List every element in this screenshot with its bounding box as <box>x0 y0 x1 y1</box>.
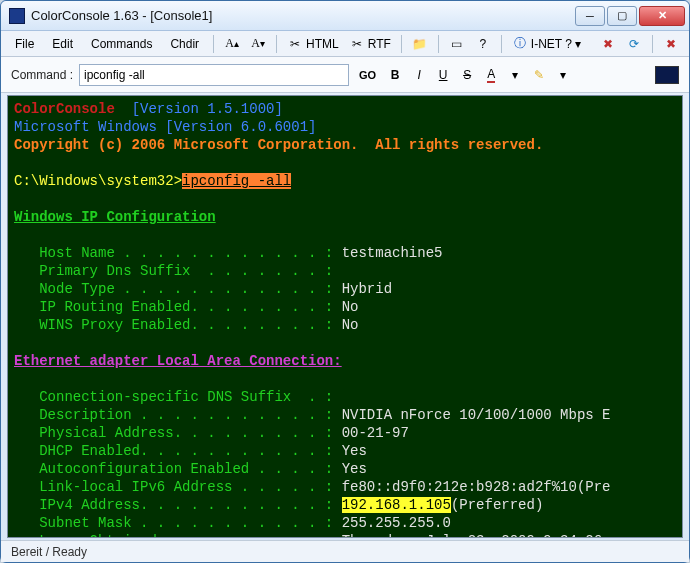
typed-command: ipconfig -all <box>182 173 291 189</box>
maximize-button[interactable]: ▢ <box>607 6 637 26</box>
key: Primary Dns Suffix . . . . . . . : <box>14 263 333 279</box>
font-larger-icon: A▴ <box>224 36 240 52</box>
font-color-button[interactable]: A <box>482 66 500 84</box>
key: Link-local IPv6 Address . . . . . : <box>14 479 342 495</box>
val: 00-21-97 <box>342 425 409 441</box>
val: 255.255.255.0 <box>342 515 451 531</box>
close-button[interactable]: ✕ <box>639 6 685 26</box>
menu-file[interactable]: File <box>7 34 42 54</box>
minimize-button[interactable]: ─ <box>575 6 605 26</box>
key: Lease Obtained. . . . . . . . . . : <box>14 533 342 537</box>
command-label: Command : <box>11 68 73 82</box>
window-buttons: ─ ▢ ✕ <box>575 6 685 26</box>
stop-button[interactable]: ✖ <box>659 34 683 54</box>
highlighter-icon: ✎ <box>534 68 544 82</box>
page-icon: ▭ <box>449 36 465 52</box>
folder-button[interactable]: 📁 <box>408 34 432 54</box>
keyboard-icon[interactable] <box>655 66 679 84</box>
val: Yes <box>342 443 367 459</box>
info-icon: ⓘ <box>512 36 528 52</box>
menu-chdir[interactable]: Chdir <box>162 34 207 54</box>
window: ColorConsole 1.63 - [Console1] ─ ▢ ✕ Fil… <box>0 0 690 563</box>
key: DHCP Enabled. . . . . . . . . . . : <box>14 443 342 459</box>
go-button[interactable]: GO <box>355 67 380 83</box>
key: WINS Proxy Enabled. . . . . . . . : <box>14 317 342 333</box>
val: Yes <box>342 461 367 477</box>
line: Microsoft Windows [Version 6.0.6001] <box>14 119 316 135</box>
key: Connection-specific DNS Suffix . : <box>14 389 333 405</box>
font-increase-button[interactable]: A▴ <box>220 34 244 54</box>
val-highlighted: 192.168.1.105 <box>342 497 451 513</box>
statusbar: Bereit / Ready <box>1 540 689 562</box>
separator <box>213 35 214 53</box>
section-header: Ethernet adapter Local Area Connection: <box>14 353 342 369</box>
key: Physical Address. . . . . . . . . : <box>14 425 342 441</box>
status-text: Bereit / Ready <box>11 545 87 559</box>
command-bar: Command : GO B I U S A ▾ ✎ ▾ <box>1 57 689 93</box>
console-pane: ColorConsole [Version 1.5.1000] Microsof… <box>7 95 683 538</box>
strike-button[interactable]: S <box>458 66 476 84</box>
menu-edit[interactable]: Edit <box>44 34 81 54</box>
delete-button[interactable]: ✖ <box>596 34 620 54</box>
export-html-button[interactable]: ✂HTML <box>283 34 343 54</box>
key: IPv4 Address. . . . . . . . . . . : <box>14 497 342 513</box>
x-red-icon: ✖ <box>600 36 616 52</box>
val: Thursday, July 23, 2009 9:34:26 <box>342 533 602 537</box>
help-button[interactable]: ? <box>471 34 495 54</box>
label: HTML <box>306 37 339 51</box>
separator <box>652 35 653 53</box>
menu-commands[interactable]: Commands <box>83 34 160 54</box>
menubar: File Edit Commands Chdir A▴ A▾ ✂HTML ✂RT… <box>1 31 689 57</box>
new-page-button[interactable]: ▭ <box>445 34 469 54</box>
highlight-button[interactable]: ✎ <box>530 66 548 84</box>
separator <box>276 35 277 53</box>
font-smaller-icon: A▾ <box>250 36 266 52</box>
console-output[interactable]: ColorConsole [Version 1.5.1000] Microsof… <box>8 96 682 537</box>
font-decrease-button[interactable]: A▾ <box>246 34 270 54</box>
inet-button[interactable]: ⓘI-NET ? ▾ <box>508 34 585 54</box>
x-red-icon: ✖ <box>663 36 679 52</box>
key: IP Routing Enabled. . . . . . . . : <box>14 299 342 315</box>
key: Subnet Mask . . . . . . . . . . . : <box>14 515 342 531</box>
bold-button[interactable]: B <box>386 66 404 84</box>
app-icon <box>9 8 25 24</box>
banner-version: [Version 1.5.1000] <box>115 101 283 117</box>
val: (Preferred) <box>451 497 543 513</box>
key: Host Name . . . . . . . . . . . . : <box>14 245 342 261</box>
label: RTF <box>368 37 391 51</box>
val: No <box>342 317 359 333</box>
command-input[interactable] <box>79 64 349 86</box>
separator <box>438 35 439 53</box>
export-rtf-button[interactable]: ✂RTF <box>345 34 395 54</box>
key: Autoconfiguration Enabled . . . . : <box>14 461 342 477</box>
val: Hybrid <box>342 281 392 297</box>
val: fe80::d9f0:212e:b928:ad2f%10(Pre <box>342 479 611 495</box>
underline-button[interactable]: U <box>434 66 452 84</box>
italic-button[interactable]: I <box>410 66 428 84</box>
question-icon: ? <box>475 36 491 52</box>
section-header: Windows IP Configuration <box>14 209 216 225</box>
banner-app: ColorConsole <box>14 101 115 117</box>
refresh-icon: ⟳ <box>626 36 642 52</box>
scissors-icon: ✂ <box>349 36 365 52</box>
window-title: ColorConsole 1.63 - [Console1] <box>31 8 575 23</box>
highlight-dropdown[interactable]: ▾ <box>554 66 572 84</box>
titlebar: ColorConsole 1.63 - [Console1] ─ ▢ ✕ <box>1 1 689 31</box>
separator <box>401 35 402 53</box>
separator <box>501 35 502 53</box>
prompt: C:\Windows\system32> <box>14 173 182 189</box>
val: NVIDIA nForce 10/100/1000 Mbps E <box>342 407 611 423</box>
label: I-NET ? <box>531 37 572 51</box>
folder-icon: 📁 <box>412 36 428 52</box>
font-color-dropdown[interactable]: ▾ <box>506 66 524 84</box>
val: No <box>342 299 359 315</box>
val: testmachine5 <box>342 245 443 261</box>
line: Copyright (c) 2006 Microsoft Corporation… <box>14 137 543 153</box>
scissors-icon: ✂ <box>287 36 303 52</box>
refresh-button[interactable]: ⟳ <box>622 34 646 54</box>
key: Node Type . . . . . . . . . . . . : <box>14 281 342 297</box>
key: Description . . . . . . . . . . . : <box>14 407 342 423</box>
